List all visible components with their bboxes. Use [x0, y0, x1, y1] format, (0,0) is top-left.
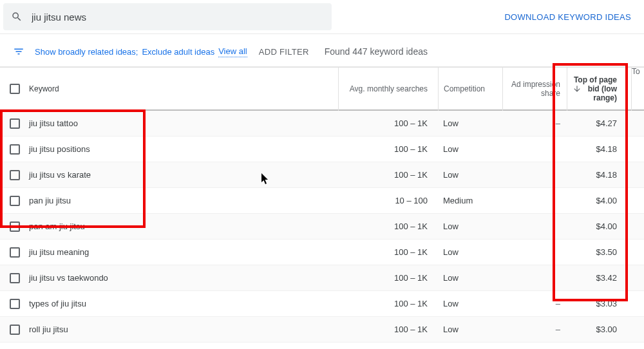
- select-all-checkbox[interactable]: [10, 84, 20, 94]
- cell-keyword: pan am jiu jitsu: [29, 222, 338, 231]
- header-top-bid[interactable]: Top of page bid (low range): [567, 67, 631, 111]
- filter-broadly-related[interactable]: Show broadly related ideas;: [35, 47, 138, 57]
- cell-searches: 100 – 1K: [338, 273, 438, 283]
- cell-competition: Low: [438, 299, 502, 308]
- top-bar: DOWNLOAD KEYWORD IDEAS: [0, 0, 644, 34]
- cell-keyword: jiu jitsu tattoo: [29, 118, 338, 128]
- cell-keyword: roll jiu jitsu: [29, 325, 338, 334]
- cell-searches: 100 – 1K: [338, 325, 438, 334]
- cell-searches: 100 – 1K: [338, 170, 438, 180]
- cell-competition: Low: [438, 222, 502, 231]
- cell-competition: Low: [438, 325, 502, 334]
- cell-bid: $3.42: [567, 273, 631, 283]
- filter-exclude-adult[interactable]: Exclude adult ideas: [142, 47, 214, 57]
- header-extra: To: [631, 67, 644, 111]
- table-row: types of jiu jitsu 100 – 1K Low – $3.03: [0, 291, 644, 317]
- row-checkbox[interactable]: [10, 170, 20, 180]
- download-keyword-ideas-link[interactable]: DOWNLOAD KEYWORD IDEAS: [504, 12, 631, 22]
- cell-bid: $3.50: [567, 247, 631, 257]
- search-icon: [11, 11, 23, 23]
- cell-keyword: types of jiu jitsu: [29, 299, 338, 308]
- cell-keyword: jiu jitsu positions: [29, 144, 338, 154]
- sort-down-icon: [573, 84, 582, 93]
- row-checkbox[interactable]: [10, 222, 20, 232]
- table-row: jiu jitsu vs taekwondo 100 – 1K Low $3.4…: [0, 265, 644, 291]
- cell-bid: $4.18: [567, 144, 631, 154]
- row-checkbox[interactable]: [10, 273, 20, 283]
- cell-keyword: jiu jitsu vs karate: [29, 170, 338, 180]
- table-row: jiu jitsu tattoo 100 – 1K Low – $4.27: [0, 111, 644, 137]
- cell-competition: Low: [438, 247, 502, 257]
- filter-bar: Show broadly related ideas; Exclude adul…: [0, 34, 644, 67]
- cell-keyword: pan jiu jitsu: [29, 196, 338, 205]
- header-impression[interactable]: Ad impression share: [502, 67, 567, 111]
- cell-searches: 100 – 1K: [338, 144, 438, 154]
- cell-bid: $4.00: [567, 196, 631, 205]
- table-row: jiu jitsu positions 100 – 1K Low $4.18: [0, 137, 644, 162]
- header-competition[interactable]: Competition: [438, 67, 502, 111]
- row-checkbox[interactable]: [10, 299, 20, 309]
- filter-icon: [13, 46, 24, 57]
- cell-keyword: jiu jitsu meaning: [29, 247, 338, 257]
- found-count-text: Found 447 keyword ideas: [325, 46, 428, 57]
- cell-searches: 100 – 1K: [338, 118, 438, 128]
- row-checkbox[interactable]: [10, 144, 20, 155]
- table-row: pan am jiu jitsu 100 – 1K Low $4.00: [0, 214, 644, 240]
- search-input[interactable]: [32, 12, 324, 23]
- cell-searches: 10 – 100: [338, 196, 438, 205]
- table-row: jiu jitsu vs karate 100 – 1K Low $4.18: [0, 162, 644, 188]
- cell-competition: Low: [438, 170, 502, 180]
- add-filter-button[interactable]: ADD FILTER: [259, 47, 309, 57]
- cell-impression: –: [502, 299, 567, 308]
- cell-impression: –: [502, 325, 567, 334]
- cell-bid: $3.03: [567, 299, 631, 308]
- search-box[interactable]: [3, 3, 332, 30]
- header-keyword[interactable]: Keyword: [29, 84, 338, 93]
- filter-view-all[interactable]: View all: [218, 46, 247, 57]
- table-row: roll jiu jitsu 100 – 1K Low – $3.00: [0, 317, 644, 343]
- cell-bid: $3.00: [567, 325, 631, 334]
- cell-competition: Low: [438, 118, 502, 128]
- row-checkbox[interactable]: [10, 196, 20, 206]
- cell-bid: $4.00: [567, 222, 631, 231]
- cell-competition: Medium: [438, 196, 502, 205]
- table-header: Keyword Avg. monthly searches Competitio…: [0, 67, 644, 111]
- table-row: pan jiu jitsu 10 – 100 Medium $4.00: [0, 188, 644, 214]
- row-checkbox[interactable]: [10, 118, 20, 129]
- cell-competition: Low: [438, 273, 502, 283]
- cell-impression: –: [502, 118, 567, 128]
- cell-competition: Low: [438, 144, 502, 154]
- cell-searches: 100 – 1K: [338, 222, 438, 231]
- row-checkbox[interactable]: [10, 325, 20, 335]
- header-searches[interactable]: Avg. monthly searches: [338, 67, 438, 111]
- cell-keyword: jiu jitsu vs taekwondo: [29, 273, 338, 283]
- cell-searches: 100 – 1K: [338, 247, 438, 257]
- cell-bid: $4.18: [567, 170, 631, 180]
- cell-searches: 100 – 1K: [338, 299, 438, 308]
- keyword-table: Keyword Avg. monthly searches Competitio…: [0, 67, 644, 343]
- table-row: jiu jitsu meaning 100 – 1K Low $3.50: [0, 240, 644, 265]
- row-checkbox[interactable]: [10, 247, 20, 258]
- cell-bid: $4.27: [567, 118, 631, 128]
